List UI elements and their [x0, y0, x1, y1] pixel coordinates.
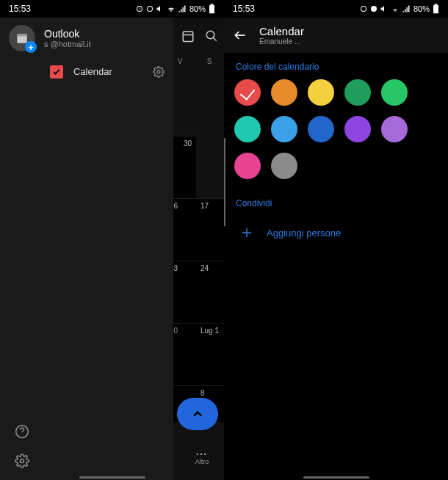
account-email: s @hotmail.it — [44, 40, 91, 48]
add-account-badge[interactable]: + — [25, 41, 37, 53]
add-people-label: Aggiungi persone — [267, 228, 341, 239]
battery-pct: 80% — [413, 4, 430, 13]
mute-icon — [156, 4, 165, 13]
alarm-icon-2 — [369, 4, 378, 13]
svg-point-8 — [157, 70, 160, 73]
alarm-icon — [135, 4, 144, 13]
color-option-2[interactable] — [308, 79, 334, 106]
right-screen: 15:53 80% Calendar Emanuele ... Colore d… — [224, 0, 448, 480]
calendar-cell[interactable]: 24 — [196, 261, 224, 323]
color-section-title: Colore del calendario — [224, 53, 448, 79]
svg-rect-7 — [17, 34, 26, 36]
color-option-7[interactable] — [308, 116, 334, 142]
calendar-list-item[interactable]: Calendar — [0, 59, 173, 84]
settings-icon[interactable] — [15, 454, 29, 468]
svg-line-5 — [213, 37, 217, 41]
status-icons: 80% — [135, 4, 215, 14]
home-indicator — [303, 476, 369, 479]
calendar-item-label: Calendar — [73, 66, 112, 77]
wifi-icon — [390, 4, 400, 13]
home-indicator — [79, 476, 145, 479]
chevron-up-icon — [190, 407, 205, 421]
calendar-settings-icon[interactable] — [153, 66, 165, 78]
drawer-account-header[interactable]: + Outlook s @hotmail.it — [0, 18, 173, 59]
color-option-6[interactable] — [271, 116, 297, 142]
color-option-5[interactable] — [234, 116, 261, 142]
page-header: Calendar Emanuele ... — [224, 18, 448, 53]
color-grid — [224, 79, 448, 189]
more-dots-icon: ••• — [187, 451, 217, 458]
weekday-header: V S — [165, 57, 224, 65]
svg-rect-0 — [209, 5, 214, 13]
plus-icon — [240, 226, 253, 239]
page-title: Calendar — [259, 25, 304, 37]
status-time: 15:53 — [9, 4, 31, 14]
color-option-4[interactable] — [381, 79, 408, 106]
color-option-9[interactable] — [381, 116, 408, 142]
battery-icon — [433, 4, 439, 14]
svg-point-4 — [206, 31, 214, 39]
color-option-8[interactable] — [344, 116, 371, 142]
color-option-0[interactable] — [234, 79, 261, 106]
calendar-cell[interactable]: Lug 1 — [196, 323, 224, 385]
svg-rect-2 — [183, 32, 193, 42]
status-bar: 15:53 80% — [0, 0, 224, 18]
calendar-cell[interactable]: 17 — [196, 198, 224, 261]
signal-icon — [178, 4, 187, 13]
calendar-checkbox[interactable] — [50, 65, 63, 79]
svg-rect-1 — [211, 4, 214, 5]
signal-icon — [402, 4, 411, 13]
scroll-indicator — [224, 138, 225, 226]
status-icons: 80% — [359, 4, 439, 14]
share-section-title: Condividi — [224, 189, 448, 216]
color-option-1[interactable] — [271, 79, 297, 106]
battery-pct: 80% — [189, 4, 206, 13]
month-view-icon[interactable] — [181, 29, 195, 43]
navigation-drawer: + Outlook s @hotmail.it Calendar — [0, 18, 173, 480]
more-button[interactable]: ••• Altro — [187, 451, 217, 465]
search-icon[interactable] — [205, 29, 218, 43]
svg-point-10 — [21, 459, 24, 463]
alarm-icon — [359, 4, 368, 13]
svg-rect-11 — [433, 5, 438, 13]
page-subtitle: Emanuele ... — [259, 37, 304, 46]
new-event-fab[interactable] — [177, 398, 218, 430]
check-icon — [52, 68, 61, 76]
color-option-3[interactable] — [344, 79, 371, 106]
more-label: Altro — [187, 458, 217, 465]
back-icon[interactable] — [233, 28, 248, 43]
add-people-row[interactable]: Aggiungi persone — [224, 216, 448, 250]
help-icon[interactable] — [15, 424, 29, 439]
mute-icon — [380, 4, 389, 13]
status-time: 15:53 — [233, 4, 255, 14]
left-screen: 15:53 80% V S 30 16 17 23 24 30 Lug 1 7 … — [0, 0, 224, 480]
color-option-11[interactable] — [271, 153, 297, 179]
alarm-icon-2 — [145, 4, 154, 13]
battery-icon — [209, 4, 215, 14]
status-bar: 15:53 80% — [224, 0, 448, 18]
account-name: Outlook — [44, 28, 91, 40]
svg-rect-12 — [435, 4, 438, 5]
color-option-10[interactable] — [234, 153, 261, 179]
wifi-icon — [166, 4, 176, 13]
